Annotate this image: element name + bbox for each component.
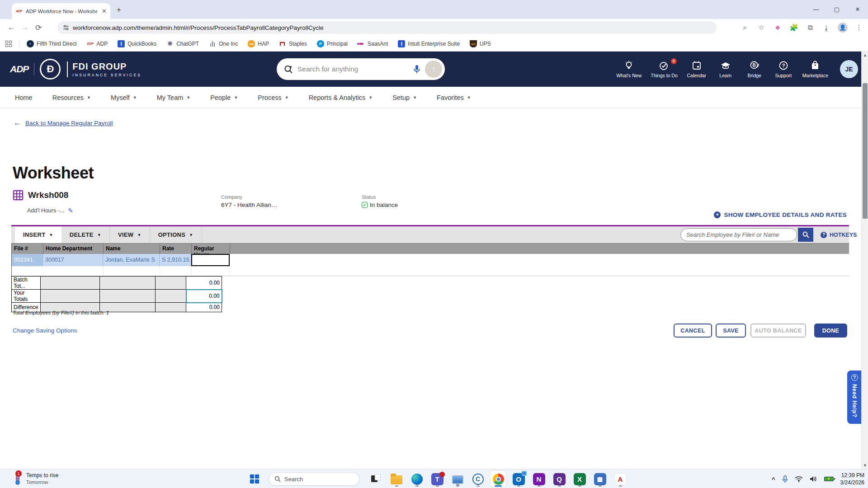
chrome-icon[interactable]: [491, 471, 506, 487]
apps-grid-icon[interactable]: [5, 41, 12, 47]
browser-tab[interactable]: ADP ADP Workforce Now - Workshe ✕: [12, 3, 110, 19]
options-menu-button[interactable]: OPTIONS▼: [150, 226, 202, 243]
cell-regular-hours-input[interactable]: [191, 254, 230, 266]
bookmark-one-inc[interactable]: One Inc: [209, 40, 238, 47]
nav-favorites[interactable]: Favorites▼: [437, 94, 471, 101]
bookmark-principal[interactable]: PPrincipal: [317, 40, 348, 47]
cell-file-number[interactable]: 002341: [11, 254, 43, 266]
bookmark-fifth-third[interactable]: ◐Fifth Third Direct: [27, 40, 76, 47]
profile-avatar-icon[interactable]: 👤: [836, 21, 849, 34]
zoom-icon[interactable]: ⌕: [739, 21, 751, 34]
edit-pencil-icon[interactable]: ✎: [68, 207, 73, 214]
nav-people[interactable]: People▼: [210, 94, 238, 101]
done-button[interactable]: DONE: [814, 324, 847, 338]
global-search-input[interactable]: [297, 65, 409, 73]
onenote-icon[interactable]: N: [531, 471, 547, 487]
hotkeys-button[interactable]: ? HOTKEYS: [821, 226, 857, 243]
browser-tasks-icon[interactable]: ⧉: [804, 21, 816, 34]
employee-search-button[interactable]: [798, 228, 813, 242]
page-scrollbar[interactable]: ▲ ▼: [861, 52, 868, 469]
view-menu-button[interactable]: VIEW▼: [110, 226, 150, 243]
delete-menu-button[interactable]: DELETE▼: [61, 226, 110, 243]
taskbar-clock[interactable]: 12:39 PM 3/24/2026: [840, 472, 864, 486]
downloads-icon[interactable]: ⭳: [820, 21, 833, 34]
marketplace-button[interactable]: Marketplace: [802, 61, 828, 78]
bookmark-quickbooks[interactable]: ❙QuickBooks: [118, 40, 156, 47]
your-totals-value[interactable]: 0.00: [186, 290, 222, 303]
browser-menu-icon[interactable]: ⋮: [853, 21, 865, 34]
tab-close-icon[interactable]: ✕: [102, 8, 107, 14]
support-button[interactable]: ? Support: [774, 61, 793, 78]
cancel-button[interactable]: CANCEL: [674, 324, 712, 338]
quickbooks-tool-icon[interactable]: Q: [552, 471, 567, 487]
nav-reports-analytics[interactable]: Reports & Analytics▼: [309, 94, 373, 101]
outlook-icon[interactable]: O: [511, 471, 526, 487]
user-avatar[interactable]: JE: [840, 60, 858, 78]
show-employee-details-link[interactable]: + SHOW EMPLOYEE DETAILS AND RATES: [714, 211, 847, 218]
excel-icon[interactable]: X: [572, 471, 587, 487]
scrollbar-thumb[interactable]: [863, 83, 868, 219]
bookmark-chatgpt[interactable]: ❋ChatGPT: [166, 40, 199, 47]
bookmark-star-icon[interactable]: ☆: [755, 21, 768, 34]
wifi-icon[interactable]: [795, 476, 803, 482]
employee-search[interactable]: [680, 228, 797, 241]
start-button[interactable]: [250, 474, 259, 483]
whats-new-button[interactable]: What's New: [617, 61, 642, 78]
maximize-button[interactable]: ▢: [826, 0, 847, 18]
citrix-icon[interactable]: C: [470, 471, 486, 487]
bookmark-hap[interactable]: hapHAP: [248, 40, 269, 47]
search-submit-button[interactable]: ↑: [425, 61, 442, 78]
bookmark-adp[interactable]: ADPADP: [86, 40, 108, 47]
microphone-icon[interactable]: [413, 65, 420, 74]
back-to-manage-payroll-link[interactable]: ← Back to Manage Regular Payroll: [14, 118, 113, 127]
extensions-puzzle-icon[interactable]: 🧩: [788, 21, 800, 34]
change-saving-options-link[interactable]: Change Saving Options: [13, 327, 77, 334]
nav-resources[interactable]: Resources▼: [52, 94, 91, 101]
close-button[interactable]: ✕: [847, 0, 868, 18]
task-view-icon[interactable]: [368, 471, 384, 487]
nav-home[interactable]: Home: [15, 94, 33, 101]
cell-rate[interactable]: S 2,910.15: [160, 254, 191, 266]
calendar-button[interactable]: Calendar: [687, 61, 707, 78]
pink-extension-icon[interactable]: ❖: [771, 21, 784, 34]
taskbar-search-input[interactable]: [284, 476, 343, 483]
cell-name[interactable]: Jordan, EvaMarie S: [103, 254, 160, 266]
scroll-down-icon[interactable]: ▼: [862, 463, 868, 468]
site-settings-icon[interactable]: [63, 24, 69, 31]
global-search[interactable]: ↑: [277, 58, 445, 80]
employee-search-input[interactable]: [686, 231, 791, 238]
bookmark-ups[interactable]: upsUPS: [470, 40, 491, 47]
nav-setup[interactable]: Setup▼: [392, 94, 417, 101]
bookmark-staples[interactable]: Staples: [279, 40, 307, 47]
weather-widget[interactable]: 1 Temps to rise Tomorrow: [13, 471, 58, 486]
battery-icon[interactable]: ⚡: [824, 477, 834, 481]
scroll-up-icon[interactable]: ▲: [862, 53, 868, 57]
edge-icon[interactable]: [409, 471, 425, 487]
calculator-icon[interactable]: ▦: [592, 471, 608, 487]
back-icon[interactable]: ←: [5, 23, 18, 32]
save-button[interactable]: SAVE: [716, 324, 746, 338]
hidden-icons-chevron[interactable]: ^: [772, 476, 775, 483]
forward-icon[interactable]: →: [18, 23, 32, 32]
microphone-tray-icon[interactable]: [782, 475, 788, 483]
taskbar-search[interactable]: [269, 472, 360, 486]
cell-home-department[interactable]: 300017: [43, 254, 103, 266]
refresh-icon[interactable]: ⟳: [32, 23, 45, 33]
nav-myself[interactable]: Myself▼: [111, 94, 137, 101]
bookmark-intuit[interactable]: ❙Intuit Enterprise Suite: [398, 40, 460, 47]
need-help-tab[interactable]: ? Need Help?: [847, 371, 862, 424]
nav-my-team[interactable]: My Team▼: [157, 94, 190, 101]
minimize-button[interactable]: —: [806, 0, 826, 18]
bookmark-saasant[interactable]: SaasAnt: [358, 40, 388, 47]
things-to-do-button[interactable]: 8 Things to Do: [651, 61, 678, 78]
bridge-button[interactable]: B Bridge: [745, 61, 764, 78]
acrobat-icon[interactable]: A: [613, 471, 628, 487]
new-tab-button[interactable]: +: [117, 5, 121, 14]
learn-button[interactable]: Learn: [716, 61, 736, 78]
remote-desktop-icon[interactable]: [450, 471, 465, 487]
insert-menu-button[interactable]: INSERT▼: [15, 226, 61, 243]
teams-icon[interactable]: T: [429, 471, 445, 487]
nav-process[interactable]: Process▼: [258, 94, 288, 101]
file-explorer-icon[interactable]: [389, 471, 404, 487]
address-bar[interactable]: workforcenow.adp.com/theme/admin.html#/P…: [57, 21, 717, 34]
